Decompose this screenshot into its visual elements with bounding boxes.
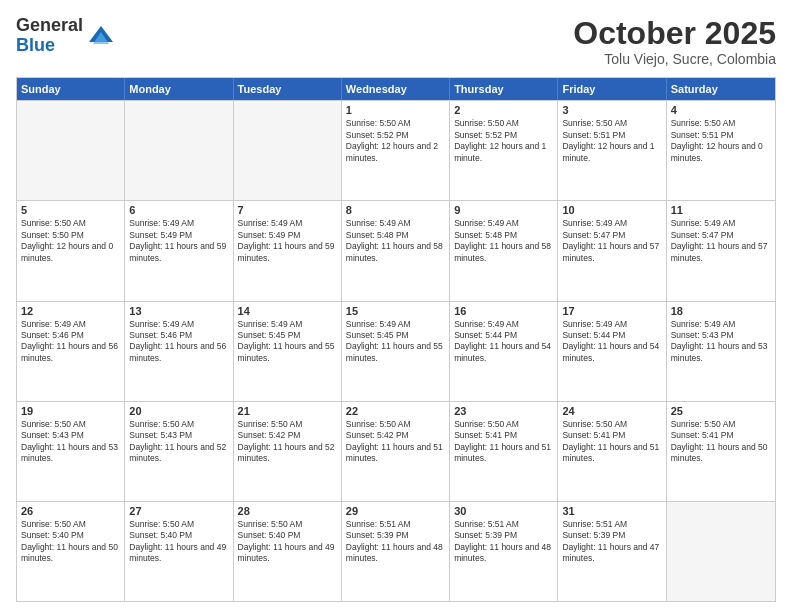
calendar-day-17: 17Sunrise: 5:49 AM Sunset: 5:44 PM Dayli… xyxy=(558,302,666,401)
day-info: Sunrise: 5:50 AM Sunset: 5:43 PM Dayligh… xyxy=(21,419,120,465)
calendar-day-9: 9Sunrise: 5:49 AM Sunset: 5:48 PM Daylig… xyxy=(450,201,558,300)
calendar-day-14: 14Sunrise: 5:49 AM Sunset: 5:45 PM Dayli… xyxy=(234,302,342,401)
weekday-header-tuesday: Tuesday xyxy=(234,78,342,100)
day-info: Sunrise: 5:49 AM Sunset: 5:48 PM Dayligh… xyxy=(454,218,553,264)
calendar-day-3: 3Sunrise: 5:50 AM Sunset: 5:51 PM Daylig… xyxy=(558,101,666,200)
calendar-day-11: 11Sunrise: 5:49 AM Sunset: 5:47 PM Dayli… xyxy=(667,201,775,300)
calendar-day-7: 7Sunrise: 5:49 AM Sunset: 5:49 PM Daylig… xyxy=(234,201,342,300)
calendar-day-21: 21Sunrise: 5:50 AM Sunset: 5:42 PM Dayli… xyxy=(234,402,342,501)
day-number: 17 xyxy=(562,305,661,317)
calendar-day-empty xyxy=(234,101,342,200)
day-info: Sunrise: 5:50 AM Sunset: 5:41 PM Dayligh… xyxy=(562,419,661,465)
day-number: 31 xyxy=(562,505,661,517)
day-info: Sunrise: 5:49 AM Sunset: 5:48 PM Dayligh… xyxy=(346,218,445,264)
calendar-day-25: 25Sunrise: 5:50 AM Sunset: 5:41 PM Dayli… xyxy=(667,402,775,501)
calendar-day-30: 30Sunrise: 5:51 AM Sunset: 5:39 PM Dayli… xyxy=(450,502,558,601)
calendar-day-empty xyxy=(667,502,775,601)
logo-blue: Blue xyxy=(16,36,83,56)
logo: General Blue xyxy=(16,16,115,56)
day-number: 26 xyxy=(21,505,120,517)
day-number: 29 xyxy=(346,505,445,517)
day-info: Sunrise: 5:50 AM Sunset: 5:52 PM Dayligh… xyxy=(346,118,445,164)
day-info: Sunrise: 5:50 AM Sunset: 5:40 PM Dayligh… xyxy=(238,519,337,565)
day-number: 7 xyxy=(238,204,337,216)
location-subtitle: Tolu Viejo, Sucre, Colombia xyxy=(573,51,776,67)
calendar-day-15: 15Sunrise: 5:49 AM Sunset: 5:45 PM Dayli… xyxy=(342,302,450,401)
day-number: 25 xyxy=(671,405,771,417)
calendar-day-6: 6Sunrise: 5:49 AM Sunset: 5:49 PM Daylig… xyxy=(125,201,233,300)
calendar-week-5: 26Sunrise: 5:50 AM Sunset: 5:40 PM Dayli… xyxy=(17,501,775,601)
day-info: Sunrise: 5:51 AM Sunset: 5:39 PM Dayligh… xyxy=(454,519,553,565)
calendar-day-29: 29Sunrise: 5:51 AM Sunset: 5:39 PM Dayli… xyxy=(342,502,450,601)
weekday-header-monday: Monday xyxy=(125,78,233,100)
day-number: 20 xyxy=(129,405,228,417)
day-info: Sunrise: 5:49 AM Sunset: 5:44 PM Dayligh… xyxy=(454,319,553,365)
day-number: 6 xyxy=(129,204,228,216)
day-info: Sunrise: 5:50 AM Sunset: 5:41 PM Dayligh… xyxy=(671,419,771,465)
calendar-day-5: 5Sunrise: 5:50 AM Sunset: 5:50 PM Daylig… xyxy=(17,201,125,300)
calendar-day-12: 12Sunrise: 5:49 AM Sunset: 5:46 PM Dayli… xyxy=(17,302,125,401)
logo-text: General Blue xyxy=(16,16,83,56)
day-info: Sunrise: 5:49 AM Sunset: 5:46 PM Dayligh… xyxy=(129,319,228,365)
day-number: 16 xyxy=(454,305,553,317)
day-number: 3 xyxy=(562,104,661,116)
calendar-day-20: 20Sunrise: 5:50 AM Sunset: 5:43 PM Dayli… xyxy=(125,402,233,501)
day-info: Sunrise: 5:51 AM Sunset: 5:39 PM Dayligh… xyxy=(346,519,445,565)
calendar-week-1: 1Sunrise: 5:50 AM Sunset: 5:52 PM Daylig… xyxy=(17,100,775,200)
day-number: 18 xyxy=(671,305,771,317)
calendar-week-2: 5Sunrise: 5:50 AM Sunset: 5:50 PM Daylig… xyxy=(17,200,775,300)
day-number: 11 xyxy=(671,204,771,216)
day-number: 28 xyxy=(238,505,337,517)
day-info: Sunrise: 5:49 AM Sunset: 5:49 PM Dayligh… xyxy=(129,218,228,264)
day-info: Sunrise: 5:50 AM Sunset: 5:50 PM Dayligh… xyxy=(21,218,120,264)
calendar-header: SundayMondayTuesdayWednesdayThursdayFrid… xyxy=(17,78,775,100)
calendar-day-2: 2Sunrise: 5:50 AM Sunset: 5:52 PM Daylig… xyxy=(450,101,558,200)
calendar-day-24: 24Sunrise: 5:50 AM Sunset: 5:41 PM Dayli… xyxy=(558,402,666,501)
logo-general: General xyxy=(16,16,83,36)
day-number: 8 xyxy=(346,204,445,216)
weekday-header-sunday: Sunday xyxy=(17,78,125,100)
calendar-day-10: 10Sunrise: 5:49 AM Sunset: 5:47 PM Dayli… xyxy=(558,201,666,300)
day-number: 15 xyxy=(346,305,445,317)
calendar-day-16: 16Sunrise: 5:49 AM Sunset: 5:44 PM Dayli… xyxy=(450,302,558,401)
calendar-body: 1Sunrise: 5:50 AM Sunset: 5:52 PM Daylig… xyxy=(17,100,775,601)
header: General Blue October 2025 Tolu Viejo, Su… xyxy=(16,16,776,67)
day-number: 23 xyxy=(454,405,553,417)
calendar-day-13: 13Sunrise: 5:49 AM Sunset: 5:46 PM Dayli… xyxy=(125,302,233,401)
day-number: 4 xyxy=(671,104,771,116)
calendar-day-4: 4Sunrise: 5:50 AM Sunset: 5:51 PM Daylig… xyxy=(667,101,775,200)
weekday-header-thursday: Thursday xyxy=(450,78,558,100)
calendar-week-3: 12Sunrise: 5:49 AM Sunset: 5:46 PM Dayli… xyxy=(17,301,775,401)
day-info: Sunrise: 5:50 AM Sunset: 5:40 PM Dayligh… xyxy=(129,519,228,565)
day-number: 19 xyxy=(21,405,120,417)
weekday-header-wednesday: Wednesday xyxy=(342,78,450,100)
calendar-day-31: 31Sunrise: 5:51 AM Sunset: 5:39 PM Dayli… xyxy=(558,502,666,601)
calendar-day-8: 8Sunrise: 5:49 AM Sunset: 5:48 PM Daylig… xyxy=(342,201,450,300)
page: General Blue October 2025 Tolu Viejo, Su… xyxy=(0,0,792,612)
day-info: Sunrise: 5:49 AM Sunset: 5:44 PM Dayligh… xyxy=(562,319,661,365)
weekday-header-friday: Friday xyxy=(558,78,666,100)
day-info: Sunrise: 5:50 AM Sunset: 5:42 PM Dayligh… xyxy=(346,419,445,465)
day-info: Sunrise: 5:50 AM Sunset: 5:43 PM Dayligh… xyxy=(129,419,228,465)
weekday-header-saturday: Saturday xyxy=(667,78,775,100)
day-number: 9 xyxy=(454,204,553,216)
calendar-week-4: 19Sunrise: 5:50 AM Sunset: 5:43 PM Dayli… xyxy=(17,401,775,501)
day-number: 5 xyxy=(21,204,120,216)
month-title: October 2025 xyxy=(573,16,776,51)
day-info: Sunrise: 5:49 AM Sunset: 5:46 PM Dayligh… xyxy=(21,319,120,365)
day-number: 14 xyxy=(238,305,337,317)
day-info: Sunrise: 5:49 AM Sunset: 5:43 PM Dayligh… xyxy=(671,319,771,365)
day-info: Sunrise: 5:51 AM Sunset: 5:39 PM Dayligh… xyxy=(562,519,661,565)
day-info: Sunrise: 5:49 AM Sunset: 5:49 PM Dayligh… xyxy=(238,218,337,264)
day-number: 13 xyxy=(129,305,228,317)
day-info: Sunrise: 5:50 AM Sunset: 5:42 PM Dayligh… xyxy=(238,419,337,465)
day-number: 21 xyxy=(238,405,337,417)
calendar-day-1: 1Sunrise: 5:50 AM Sunset: 5:52 PM Daylig… xyxy=(342,101,450,200)
calendar-day-27: 27Sunrise: 5:50 AM Sunset: 5:40 PM Dayli… xyxy=(125,502,233,601)
day-info: Sunrise: 5:49 AM Sunset: 5:45 PM Dayligh… xyxy=(346,319,445,365)
day-number: 22 xyxy=(346,405,445,417)
day-number: 27 xyxy=(129,505,228,517)
calendar-day-empty xyxy=(125,101,233,200)
day-info: Sunrise: 5:50 AM Sunset: 5:51 PM Dayligh… xyxy=(562,118,661,164)
calendar-day-22: 22Sunrise: 5:50 AM Sunset: 5:42 PM Dayli… xyxy=(342,402,450,501)
